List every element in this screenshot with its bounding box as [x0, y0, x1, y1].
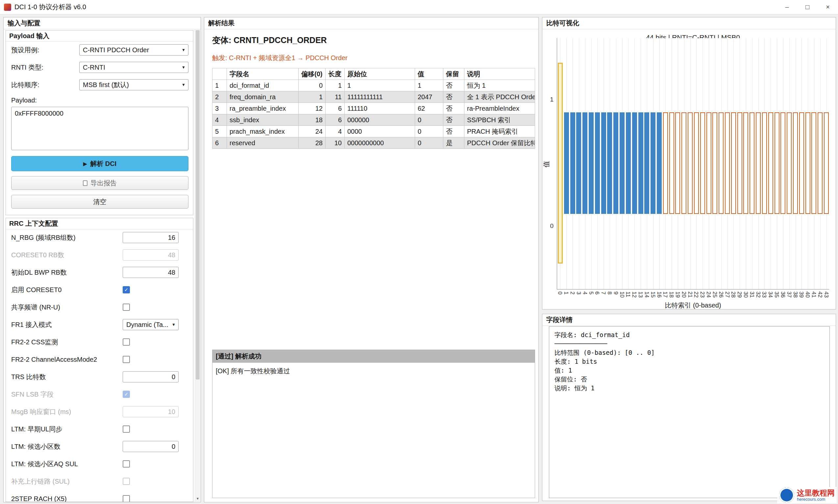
table-cell[interactable]: 2 [212, 91, 227, 103]
bit-bar-37[interactable] [787, 112, 792, 214]
bit-bar-40[interactable] [805, 112, 810, 214]
table-cell[interactable]: 111110 [345, 103, 415, 114]
minimize-button[interactable]: – [777, 0, 797, 15]
rrc-number-input[interactable]: 0 [123, 371, 178, 382]
table-cell[interactable]: 否 [443, 91, 464, 103]
table-cell[interactable]: 1 [212, 80, 227, 91]
bit-bar-12[interactable] [632, 112, 637, 214]
bit-bar-11[interactable] [626, 112, 631, 214]
scrollbar-thumb[interactable] [196, 30, 200, 379]
rrc-checkbox[interactable] [123, 495, 130, 502]
table-cell[interactable]: 是 [443, 137, 464, 149]
bit-bar-10[interactable] [620, 112, 625, 214]
table-cell[interactable]: ra_preamble_index [227, 103, 298, 114]
bit-bar-13[interactable] [638, 112, 643, 214]
bit-bar-39[interactable] [799, 112, 804, 214]
table-cell[interactable]: prach_mask_index [227, 126, 298, 137]
bit-bar-16[interactable] [657, 112, 662, 214]
table-cell[interactable]: 28 [298, 137, 326, 149]
table-cell[interactable]: 恒为 1 [464, 80, 535, 91]
bit-bar-7[interactable] [601, 112, 606, 214]
table-cell[interactable]: 6 [212, 137, 227, 149]
table-row[interactable]: 1dci_format_id0111否恒为 1 [212, 80, 535, 91]
table-cell[interactable]: 11 [326, 91, 345, 103]
table-row[interactable]: 2freq_domain_ra111111111111112047否全 1 表示… [212, 91, 535, 103]
table-cell[interactable]: ssb_index [227, 114, 298, 126]
rrc-number-input[interactable]: 0 [123, 441, 178, 452]
table-cell[interactable]: ra-PreambleIndex [464, 103, 535, 114]
rrc-dropdown[interactable]: Dynamic (Ta...▼ [123, 319, 178, 330]
table-cell[interactable]: 4 [212, 114, 227, 126]
table-cell[interactable]: 0000000000 [345, 137, 415, 149]
table-cell[interactable]: 1 [298, 91, 326, 103]
rrc-checkbox[interactable] [123, 426, 130, 433]
bit-bar-4[interactable] [582, 112, 587, 214]
table-cell[interactable]: 3 [212, 103, 227, 114]
bit-bar-0[interactable] [558, 63, 563, 264]
bit-bar-36[interactable] [781, 112, 785, 214]
table-cell[interactable]: 11111111111 [345, 91, 415, 103]
table-cell[interactable]: 2047 [415, 91, 443, 103]
bit-bar-43[interactable] [824, 112, 829, 214]
maximize-button[interactable]: □ [797, 0, 818, 15]
table-row[interactable]: 4ssb_index1860000000否SS/PBCH 索引 [212, 114, 535, 126]
bit-bar-2[interactable] [570, 112, 575, 214]
parse-dci-button[interactable]: ▶ 解析 DCI [11, 156, 188, 171]
table-cell[interactable]: 全 1 表示 PDCCH Order [464, 91, 535, 103]
table-cell[interactable]: 6 [326, 114, 345, 126]
table-cell[interactable]: 18 [298, 114, 326, 126]
table-cell[interactable]: reserved [227, 137, 298, 149]
bit-bar-41[interactable] [811, 112, 816, 214]
bit-bar-23[interactable] [700, 112, 705, 214]
bit-bar-19[interactable] [675, 112, 680, 214]
bit-bar-9[interactable] [613, 112, 618, 214]
table-cell[interactable]: 0 [298, 80, 326, 91]
rrc-number-input[interactable]: 16 [123, 232, 178, 243]
rrc-checkbox[interactable] [123, 304, 130, 311]
bit-bar-20[interactable] [682, 112, 686, 214]
table-row[interactable]: 3ra_preamble_index12611111062否ra-Preambl… [212, 103, 535, 114]
table-cell[interactable]: 1 [345, 80, 415, 91]
bit-bar-5[interactable] [589, 112, 594, 214]
payload-input[interactable]: 0xFFFF8000000 [11, 107, 188, 150]
clear-button[interactable]: 清空 [11, 195, 188, 209]
table-cell[interactable]: 否 [443, 80, 464, 91]
bit-bar-35[interactable] [774, 112, 780, 214]
bit-bar-28[interactable] [731, 112, 736, 214]
table-cell[interactable]: 5 [212, 126, 227, 137]
table-cell[interactable]: 0 [415, 114, 443, 126]
table-cell[interactable]: freq_domain_ra [227, 91, 298, 103]
bit-bar-42[interactable] [818, 112, 823, 214]
bit-bar-31[interactable] [750, 112, 754, 214]
bit-bar-14[interactable] [644, 112, 649, 214]
bit-bar-1[interactable] [564, 112, 569, 214]
table-cell[interactable]: 否 [443, 103, 464, 114]
table-cell[interactable]: 1 [415, 80, 443, 91]
bit-bar-18[interactable] [669, 112, 674, 214]
table-cell[interactable]: 0000 [345, 126, 415, 137]
table-cell[interactable]: 0 [415, 137, 443, 149]
bit-bar-8[interactable] [607, 112, 612, 214]
rrc-checkbox[interactable] [123, 460, 130, 468]
table-cell[interactable]: 否 [443, 114, 464, 126]
bit-bar-38[interactable] [793, 112, 798, 214]
table-cell[interactable]: SS/PBCH 索引 [464, 114, 535, 126]
bit-bar-24[interactable] [706, 112, 712, 214]
table-cell[interactable]: dci_format_id [227, 80, 298, 91]
table-cell[interactable]: 0 [415, 126, 443, 137]
rrc-number-input[interactable]: 48 [123, 267, 178, 278]
table-row[interactable]: 6reserved281000000000000是PDCCH Order 保留比… [212, 137, 535, 149]
table-cell[interactable]: 6 [326, 103, 345, 114]
table-cell[interactable]: 否 [443, 126, 464, 137]
table-cell[interactable]: 1 [326, 80, 345, 91]
bit-bar-34[interactable] [768, 112, 773, 214]
rrc-checkbox[interactable] [123, 338, 130, 346]
bit-bar-15[interactable] [651, 112, 655, 214]
table-cell[interactable]: PDCCH Order 保留比特 [464, 137, 535, 149]
bit-bar-25[interactable] [712, 112, 717, 214]
bit-bar-17[interactable] [663, 112, 668, 214]
bit-bar-22[interactable] [694, 112, 699, 214]
scrollbar-down-arrow[interactable]: ▼ [195, 496, 200, 501]
export-report-button[interactable]: 导出报告 [11, 176, 188, 190]
rnti-type-dropdown[interactable]: C-RNTI ▼ [79, 62, 188, 73]
